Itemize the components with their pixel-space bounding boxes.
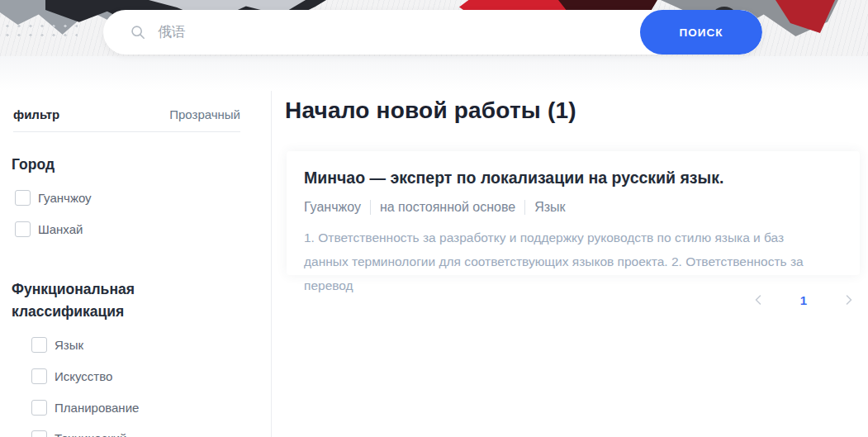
search-icon — [130, 25, 145, 40]
checkbox-label: Язык — [55, 338, 83, 352]
checkbox-icon[interactable] — [15, 190, 31, 206]
job-title: Минчао — эксперт по локализации на русск… — [304, 168, 842, 188]
checkbox-icon[interactable] — [31, 430, 47, 437]
checkbox-func-language[interactable]: Язык — [31, 337, 83, 353]
checkbox-label: Гуанчжоу — [38, 191, 92, 205]
clear-filters-link[interactable]: Прозрачный — [169, 107, 240, 121]
job-description: 1. Ответственность за разработку и подде… — [304, 226, 809, 297]
chevron-right-icon[interactable] — [838, 289, 860, 311]
section-title-city: Город — [12, 154, 185, 176]
checkbox-label: Технический — [55, 431, 126, 437]
search-bar: ПОИСК — [103, 10, 762, 55]
search-input[interactable] — [156, 23, 640, 41]
banner-halftone-dots — [2, 21, 78, 38]
checkbox-func-art[interactable]: Искусство — [31, 368, 112, 384]
pagination: 1 — [747, 289, 860, 311]
search-input-zone — [103, 10, 640, 55]
divider — [13, 131, 240, 132]
job-meta: Гуанчжоу на постоянной основе Язык — [304, 200, 842, 215]
checkbox-label: Планирование — [55, 401, 139, 415]
checkbox-icon[interactable] — [31, 337, 47, 353]
search-button[interactable]: ПОИСК — [640, 10, 762, 55]
banner-fade — [0, 56, 868, 91]
page: ПОИСК фильтр Прозрачный Город Гуанчжоу Ш… — [0, 0, 868, 437]
checkbox-func-planning[interactable]: Планирование — [31, 400, 139, 416]
checkbox-icon[interactable] — [31, 400, 47, 416]
job-meta-category: Язык — [524, 200, 565, 215]
checkbox-city-shanghai[interactable]: Шанхай — [15, 221, 83, 237]
page-title: Начало новой работы (1) — [285, 97, 576, 124]
checkbox-label: Искусство — [55, 369, 112, 383]
job-meta-city: Гуанчжоу — [304, 200, 361, 215]
checkbox-icon[interactable] — [31, 368, 47, 384]
chevron-left-icon[interactable] — [747, 289, 769, 311]
job-meta-type: на постоянной основе — [370, 200, 515, 215]
job-listing-card[interactable]: Минчао — эксперт по локализации на русск… — [287, 151, 860, 275]
pagination-page-number[interactable]: 1 — [800, 293, 807, 307]
checkbox-func-technical[interactable]: Технический — [31, 430, 126, 437]
filter-header: фильтр Прозрачный — [13, 107, 240, 121]
checkbox-icon[interactable] — [15, 221, 31, 237]
checkbox-label: Шанхай — [38, 222, 83, 236]
filter-sidebar: фильтр Прозрачный Город Гуанчжоу Шанхай … — [0, 91, 272, 437]
filter-title: фильтр — [13, 107, 59, 121]
section-title-function: Функциональная классификация — [12, 278, 185, 323]
checkbox-city-guangzhou[interactable]: Гуанчжоу — [15, 190, 92, 206]
